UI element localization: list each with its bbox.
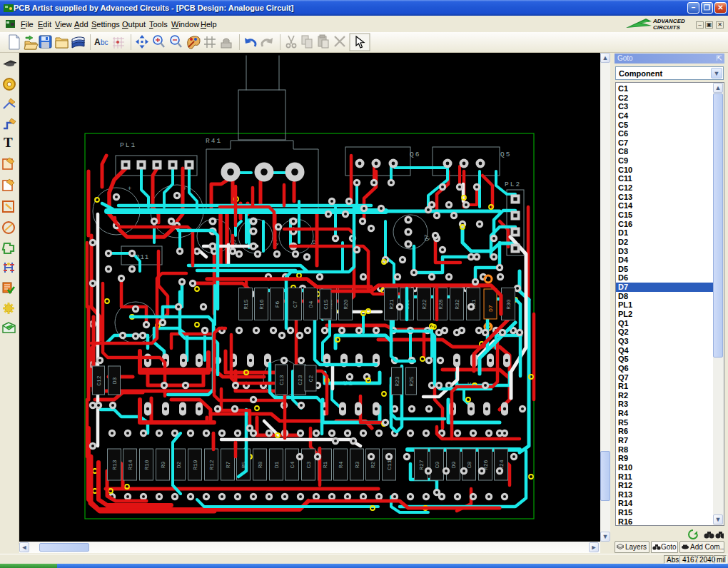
svg-text:C15: C15 [323,299,329,310]
svg-text:R32: R32 [454,299,460,310]
svg-text:C12: C12 [96,375,102,386]
svg-text:ADVANCED: ADVANCED [652,18,685,24]
svg-text:R19: R19 [192,460,198,470]
svg-text:T: T [4,135,13,150]
svg-text:C23: C23 [297,375,303,385]
svg-text:R7: R7 [225,461,231,468]
svg-text:C8: C8 [466,461,472,468]
svg-text:F6: F6 [274,300,280,308]
svg-text:R22: R22 [421,299,428,310]
svg-text:D9: D9 [450,461,457,468]
svg-text:D4: D4 [308,300,314,308]
svg-text:R3: R3 [354,461,360,468]
svg-text:R4: R4 [338,461,344,468]
svg-text:Q6: Q6 [410,151,420,158]
svg-text:C2: C2 [308,375,314,382]
svg-text:R21: R21 [388,299,395,310]
svg-text:R10: R10 [143,460,150,470]
svg-text:R1: R1 [322,461,328,468]
svg-text:PL2: PL2 [505,181,521,188]
svg-text:R12: R12 [208,460,215,470]
svg-text:R20: R20 [343,299,349,310]
svg-text:C3: C3 [305,461,312,468]
svg-text:C4: C4 [289,461,295,468]
svg-text:R9: R9 [160,461,166,468]
svg-text:PL1: PL1 [120,141,136,149]
svg-text:R16: R16 [258,299,265,310]
svg-text:D3: D3 [111,377,118,384]
svg-text:CIRCUITS: CIRCUITS [653,24,680,31]
svg-text:R13: R13 [111,460,118,470]
svg-text:R28: R28 [438,299,444,310]
svg-text:bc: bc [101,39,108,46]
svg-text:R2: R2 [370,461,376,468]
svg-text:R41: R41 [206,137,222,145]
svg-text:C7: C7 [292,300,298,308]
svg-text:D1: D1 [273,461,280,468]
svg-text:R14: R14 [127,460,133,470]
svg-text:A: A [94,37,101,47]
svg-text:D2: D2 [176,461,182,468]
svg-text:Q5: Q5 [500,151,511,158]
svg-text:R8: R8 [257,461,263,468]
svg-text:R15: R15 [243,299,249,310]
svg-text:C9: C9 [434,461,440,468]
svg-text:R25: R25 [408,376,415,387]
svg-text:+: + [128,185,131,192]
svg-text:R30: R30 [505,299,512,310]
svg-text:C11: C11 [386,460,393,470]
svg-text:C13: C13 [278,375,285,385]
svg-text:D7: D7 [487,305,494,312]
svg-text:Q7: Q7 [423,234,430,241]
svg-text:R23: R23 [394,376,400,387]
svg-text:R27: R27 [418,460,425,470]
